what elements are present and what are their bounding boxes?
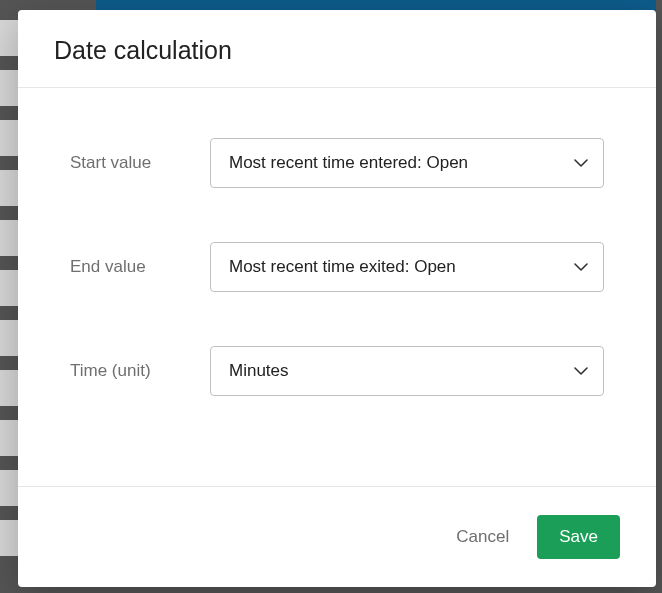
cancel-button[interactable]: Cancel — [452, 519, 513, 555]
time-unit-row: Time (unit) Minutes — [70, 346, 604, 396]
end-value-row: End value Most recent time exited: Open — [70, 242, 604, 292]
modal-body: Start value Most recent time entered: Op… — [18, 88, 656, 486]
save-button[interactable]: Save — [537, 515, 620, 559]
time-unit-label: Time (unit) — [70, 361, 210, 381]
time-unit-selected-text: Minutes — [229, 361, 289, 381]
start-value-selected-text: Most recent time entered: Open — [229, 153, 468, 173]
end-value-label: End value — [70, 257, 210, 277]
end-value-selected-text: Most recent time exited: Open — [229, 257, 456, 277]
start-value-row: Start value Most recent time entered: Op… — [70, 138, 604, 188]
start-value-select[interactable]: Most recent time entered: Open — [210, 138, 604, 188]
end-value-select[interactable]: Most recent time exited: Open — [210, 242, 604, 292]
time-unit-select[interactable]: Minutes — [210, 346, 604, 396]
modal-title: Date calculation — [54, 36, 620, 65]
date-calculation-modal: Date calculation Start value Most recent… — [18, 10, 656, 587]
modal-footer: Cancel Save — [18, 486, 656, 587]
start-value-label: Start value — [70, 153, 210, 173]
modal-header: Date calculation — [18, 10, 656, 88]
